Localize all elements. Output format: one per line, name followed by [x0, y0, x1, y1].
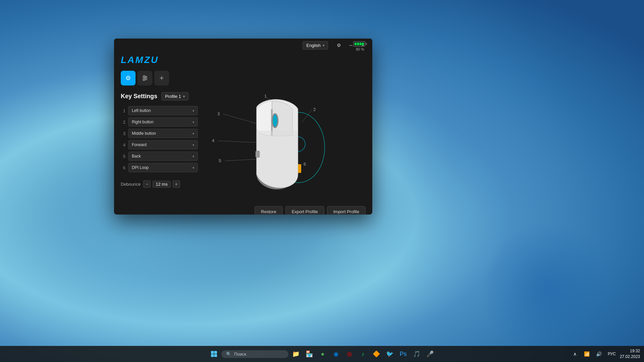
restore-button[interactable]: Restore	[255, 206, 283, 215]
battery-cell-2	[357, 43, 359, 45]
chevron-down-icon: ▾	[193, 120, 194, 124]
main-area: Key Settings Profile 1 ▾ 1 Left button ▾	[121, 92, 366, 201]
settings-icon: ⚙	[337, 43, 341, 48]
svg-rect-26	[211, 351, 214, 354]
toolbar-sliders-btn[interactable]	[138, 71, 152, 85]
key-label-2: Right button	[132, 120, 154, 124]
key-dropdown-2[interactable]: Right button ▾	[128, 117, 198, 127]
svg-line-10	[225, 159, 257, 161]
key-row-1: 1 Left button ▾	[121, 106, 198, 115]
svg-rect-25	[256, 151, 260, 158]
taskbar-language[interactable]: РУС	[606, 351, 617, 357]
key-label-4: Forward	[132, 142, 147, 147]
tray-sound-icon[interactable]: 🔊	[594, 349, 604, 359]
key-dropdown-4[interactable]: Forward ▾	[128, 140, 198, 149]
key-dropdown-1[interactable]: Left button ▾	[128, 106, 198, 115]
app-window: English ▾ ⚙ ─ ✕ 80 %	[114, 39, 372, 215]
debounce-row: Debounce − 12 ms +	[121, 180, 198, 188]
search-placeholder: Поиск	[234, 352, 246, 357]
battery-body	[353, 41, 365, 47]
taskbar-app3-icon[interactable]: 🎵	[411, 348, 423, 360]
key-number-3: 3	[121, 131, 125, 136]
key-dropdown-6[interactable]: DPI Loop ▾	[128, 163, 198, 172]
key-number-1: 1	[121, 108, 125, 113]
app-logo: LAMZU	[121, 52, 366, 71]
taskbar-folder-icon[interactable]: 📁	[290, 348, 302, 360]
language-selector[interactable]: English ▾	[303, 41, 328, 50]
svg-text:3: 3	[217, 111, 220, 116]
taskbar-time-display: 19:32	[620, 348, 640, 354]
svg-point-5	[143, 79, 145, 81]
tray-chevron[interactable]: ∧	[570, 349, 580, 359]
profile-label: Profile 1	[165, 94, 181, 99]
key-row-5: 5 Back ▾	[121, 152, 198, 161]
svg-line-9	[218, 141, 257, 142]
import-profile-button[interactable]: Import Profile	[327, 206, 366, 215]
taskbar-right: ∧ 📶 🔊 РУС 19:32 27.02.2023	[570, 348, 640, 360]
svg-rect-28	[211, 354, 214, 357]
key-row-4: 4 Forward ▾	[121, 140, 198, 149]
svg-text:2: 2	[313, 107, 316, 112]
svg-point-4	[145, 77, 147, 79]
minimize-icon: ─	[349, 43, 353, 48]
svg-rect-27	[214, 351, 217, 354]
key-list: 1 Left button ▾ 2 Right button ▾	[121, 106, 198, 172]
debounce-value: 12 ms	[153, 181, 170, 188]
windows-start-button[interactable]	[208, 348, 220, 360]
section-header: Key Settings Profile 1 ▾	[121, 92, 198, 101]
key-label-6: DPI Loop	[132, 165, 149, 170]
chevron-down-icon: ▾	[193, 166, 194, 170]
profile-selector[interactable]: Profile 1 ▾	[161, 92, 189, 101]
settings-button[interactable]: ⚙	[333, 41, 344, 50]
chevron-down-icon: ▾	[193, 132, 194, 135]
language-label: English	[306, 43, 321, 48]
taskbar-edge-icon[interactable]: ◉	[330, 348, 342, 360]
svg-text:5: 5	[219, 158, 221, 163]
svg-line-8	[223, 114, 258, 124]
tray-network-icon[interactable]: 📶	[582, 349, 592, 359]
key-label-3: Middle button	[132, 131, 156, 136]
toolbar-add-btn[interactable]: +	[154, 71, 169, 85]
section-title: Key Settings	[121, 93, 157, 100]
key-number-2: 2	[121, 120, 125, 125]
bottom-bar: Restore Export Profile Import Profile	[121, 206, 366, 215]
minus-icon: −	[146, 182, 148, 186]
title-bar: English ▾ ⚙ ─ ✕	[114, 39, 372, 52]
left-panel: Key Settings Profile 1 ▾ 1 Left button ▾	[121, 92, 198, 201]
app-content: LAMZU ⚙ +	[114, 52, 372, 215]
key-number-4: 4	[121, 142, 125, 147]
taskbar-spotify-icon[interactable]: ♪	[357, 348, 369, 360]
export-profile-button[interactable]: Export Profile	[285, 206, 324, 215]
battery-widget: 80 %	[353, 41, 367, 51]
key-row-2: 2 Right button ▾	[121, 117, 198, 127]
svg-point-24	[273, 115, 277, 127]
debounce-control: − 12 ms +	[143, 180, 180, 188]
key-row-3: 3 Middle button ▾	[121, 129, 198, 138]
taskbar-ps-icon[interactable]: Ps	[397, 348, 409, 360]
key-number-6: 6	[121, 165, 125, 170]
key-label-5: Back	[132, 154, 141, 159]
mouse-diagram: 1 2 3 4 5 6	[205, 92, 332, 199]
add-icon: +	[160, 74, 164, 82]
key-row-6: 6 DPI Loop ▾	[121, 163, 198, 172]
svg-point-3	[144, 76, 145, 77]
taskbar-mic-icon[interactable]: 🎤	[424, 348, 436, 360]
taskbar-app2-icon[interactable]: 🐦	[384, 348, 396, 360]
key-dropdown-3[interactable]: Middle button ▾	[128, 129, 198, 138]
toolbar-settings-btn[interactable]: ⚙	[121, 71, 136, 85]
taskbar-chrome-icon[interactable]: ●	[317, 348, 329, 360]
taskbar-store-icon[interactable]: 🏪	[303, 348, 315, 360]
taskbar-clock[interactable]: 19:32 27.02.2023	[620, 348, 640, 360]
right-panel: 1 2 3 4 5 6	[205, 92, 366, 201]
debounce-minus-btn[interactable]: −	[143, 180, 151, 188]
battery-cell-1	[355, 43, 357, 45]
key-number-5: 5	[121, 154, 125, 159]
taskbar-yandex-icon[interactable]: ◎	[343, 348, 356, 360]
key-dropdown-5[interactable]: Back ▾	[128, 152, 198, 161]
taskbar-app1-icon[interactable]: 🔶	[370, 348, 382, 360]
battery-cell-3	[360, 43, 362, 45]
debounce-plus-btn[interactable]: +	[173, 180, 180, 188]
key-label-1: Left button	[132, 108, 151, 113]
profile-chevron: ▾	[183, 95, 185, 98]
taskbar-search[interactable]: 🔍 Поиск	[221, 350, 288, 358]
